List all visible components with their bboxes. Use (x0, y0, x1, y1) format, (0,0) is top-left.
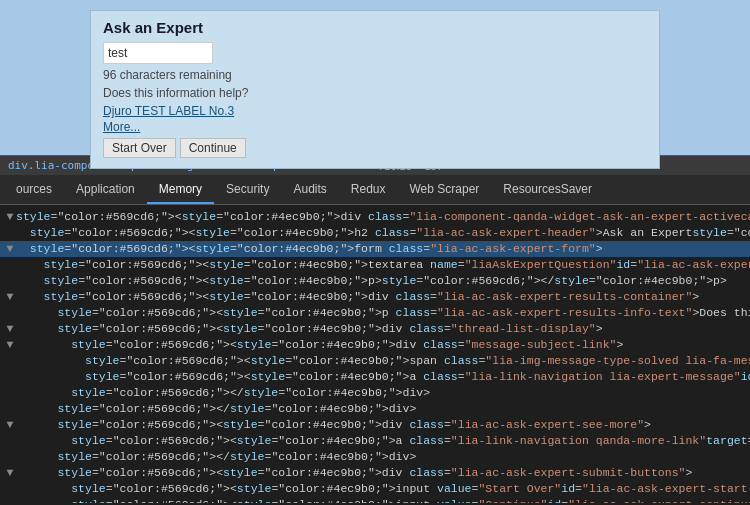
tab-security[interactable]: Security (214, 176, 281, 204)
toggle-icon[interactable]: ▼ (4, 321, 16, 337)
toggle-icon[interactable] (4, 433, 16, 449)
toggle-icon[interactable] (4, 225, 16, 241)
tab-memory[interactable]: Memory (147, 176, 214, 204)
toggle-icon[interactable]: ▼ (4, 241, 16, 257)
tab-application[interactable]: Application (64, 176, 147, 204)
code-line[interactable]: style="color:#569cd6;"><style="color:#4e… (0, 273, 750, 289)
code-line[interactable]: ▼ style="color:#569cd6;"><style="color:#… (0, 289, 750, 305)
toggle-icon[interactable] (4, 369, 16, 385)
code-line[interactable]: ▼ style="color:#569cd6;"><style="color:#… (0, 465, 750, 481)
toggle-icon[interactable]: ▼ (4, 417, 16, 433)
toggle-icon[interactable] (4, 353, 16, 369)
code-line[interactable]: ▼style="color:#569cd6;"><style="color:#4… (0, 209, 750, 225)
code-line[interactable]: style="color:#569cd6;"><style="color:#4e… (0, 305, 750, 321)
code-line[interactable]: style="color:#569cd6;"><style="color:#4e… (0, 257, 750, 273)
code-line[interactable]: style="color:#569cd6;"><style="color:#4e… (0, 433, 750, 449)
code-line[interactable]: ▼ style="color:#569cd6;"><style="color:#… (0, 417, 750, 433)
widget-preview-area: Ask an Expert 96 characters remaining Do… (0, 0, 750, 155)
toggle-icon[interactable]: ▼ (4, 465, 16, 481)
widget-link-label[interactable]: Djuro TEST LABEL No.3 (103, 104, 647, 118)
toggle-icon[interactable]: ▼ (4, 289, 16, 305)
code-line[interactable]: style="color:#569cd6;"><style="color:#4e… (0, 481, 750, 497)
code-line[interactable]: style="color:#569cd6;"></style="color:#4… (0, 401, 750, 417)
widget-info: Does this information help? (103, 86, 647, 100)
widget-input[interactable] (103, 42, 213, 64)
source-panel[interactable]: ▼style="color:#569cd6;"><style="color:#4… (0, 205, 750, 503)
devtools-tabs: ources Application Memory Security Audit… (0, 175, 750, 205)
start-over-button[interactable]: Start Over (103, 138, 176, 158)
tab-web-scraper[interactable]: Web Scraper (398, 176, 492, 204)
toggle-icon[interactable] (4, 257, 16, 273)
code-line[interactable]: ▼ style="color:#569cd6;"><style="color:#… (0, 337, 750, 353)
widget-link-more[interactable]: More... (103, 120, 647, 134)
tab-audits[interactable]: Audits (281, 176, 338, 204)
toggle-icon[interactable]: ▼ (4, 337, 16, 353)
widget-title: Ask an Expert (103, 19, 647, 36)
toggle-icon[interactable] (4, 449, 16, 465)
code-line[interactable]: style="color:#569cd6;"></style="color:#4… (0, 385, 750, 401)
toggle-icon[interactable]: ▼ (4, 209, 16, 225)
code-line[interactable]: style="color:#569cd6;"><style="color:#4e… (0, 225, 750, 241)
code-line[interactable]: style="color:#569cd6;"></style="color:#4… (0, 449, 750, 465)
code-line[interactable]: ▼ style="color:#569cd6;"><style="color:#… (0, 241, 750, 257)
widget-box: Ask an Expert 96 characters remaining Do… (90, 10, 660, 169)
code-line[interactable]: ▼ style="color:#569cd6;"><style="color:#… (0, 321, 750, 337)
continue-button[interactable]: Continue (180, 138, 246, 158)
code-line[interactable]: style="color:#569cd6;"><style="color:#4e… (0, 497, 750, 503)
widget-chars: 96 characters remaining (103, 68, 647, 82)
toggle-icon[interactable] (4, 481, 16, 497)
tab-sources[interactable]: ources (4, 176, 64, 204)
toggle-icon[interactable] (4, 401, 16, 417)
toggle-icon[interactable] (4, 497, 16, 503)
tab-resources-saver[interactable]: ResourcesSaver (491, 176, 604, 204)
toggle-icon[interactable] (4, 305, 16, 321)
toggle-icon[interactable] (4, 385, 16, 401)
code-line[interactable]: style="color:#569cd6;"><style="color:#4e… (0, 369, 750, 385)
widget-buttons: Start Over Continue (103, 138, 647, 158)
code-line[interactable]: style="color:#569cd6;"><style="color:#4e… (0, 353, 750, 369)
tab-redux[interactable]: Redux (339, 176, 398, 204)
toggle-icon[interactable] (4, 273, 16, 289)
